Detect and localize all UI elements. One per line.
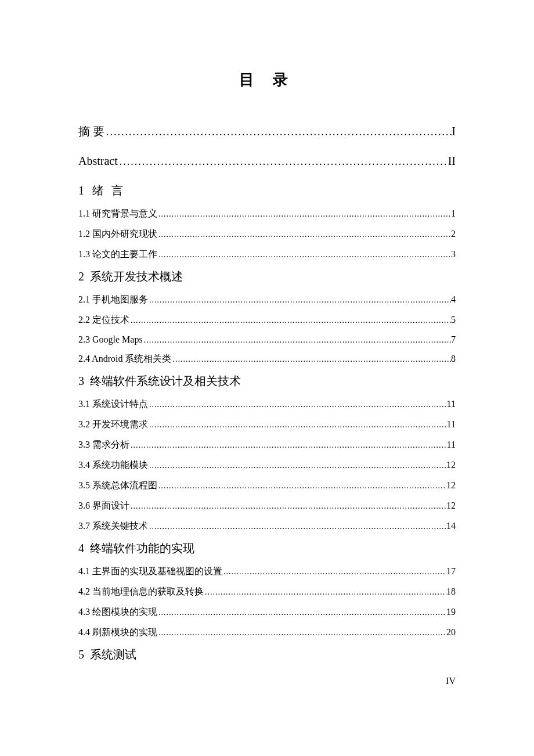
toc-title: 目 录	[78, 70, 456, 90]
toc-entry-page: 12	[446, 501, 456, 511]
toc-dots: ........................................…	[143, 336, 451, 345]
toc-dots: ........................................…	[157, 210, 451, 219]
toc-section-number: 3	[78, 375, 84, 387]
toc-entry-page: 3	[451, 249, 456, 260]
toc-minor-entry: 2.1 手机地图服务..............................…	[78, 294, 456, 306]
toc-section-title: 绪 言	[86, 184, 125, 197]
toc-minor-entry: 1.2 国内外研究现状.............................…	[78, 228, 456, 240]
toc-dots: ........................................…	[148, 420, 447, 430]
toc-entry-page: 19	[446, 607, 456, 617]
toc-dots: ........................................…	[118, 156, 448, 168]
toc-minor-entry: 3.3 需求分析................................…	[78, 439, 456, 451]
toc-entry-label: 3.7 系统关键技术	[78, 520, 148, 532]
toc-minor-entry: 1.3 论文的主要工作.............................…	[78, 249, 456, 261]
toc-entry-page: 20	[446, 627, 456, 638]
toc-entry-label: 4.1 主界面的实现及基础视图的设置	[78, 566, 222, 578]
toc-entry-page: 1	[451, 208, 456, 219]
toc-dots: ........................................…	[157, 628, 446, 638]
toc-section-title: 终端软件功能的实现	[86, 542, 194, 555]
toc-dots: ........................................…	[129, 316, 451, 325]
toc-entry-page: 11	[447, 440, 456, 450]
toc-dots: ........................................…	[157, 250, 451, 260]
toc-entry-page: 18	[446, 586, 456, 597]
toc-entry-label: 4.2 当前地理信息的获取及转换	[78, 586, 204, 598]
toc-minor-entry: 2.4 Android 系统相关类.......................…	[78, 353, 456, 365]
toc-entry-page: 11	[447, 399, 456, 409]
toc-minor-entry: 2.2 定位技术................................…	[78, 314, 456, 326]
toc-major-entry: Abstract................................…	[78, 154, 456, 168]
toc-minor-entry: 3.6 界面设计................................…	[78, 500, 456, 512]
toc-minor-entry: 4.3 绘图模块的实现.............................…	[78, 606, 456, 618]
toc-entry-label: 2.2 定位技术	[78, 314, 129, 326]
toc-entry-page: 2	[451, 229, 456, 239]
toc-entry-label: 3.2 开发环境需求	[78, 419, 148, 431]
toc-dots: ........................................…	[157, 230, 451, 239]
toc-section-heading: 1 绪 言	[78, 183, 456, 199]
toc-entry-page: 4	[451, 294, 456, 305]
toc-section-number: 5	[78, 648, 84, 661]
toc-entry-label: 2.1 手机地图服务	[78, 294, 148, 306]
toc-entry-label: 2.4 Android 系统相关类	[78, 353, 171, 365]
toc-dots: ........................................…	[148, 461, 446, 470]
toc-minor-entry: 1.1 研究背景与意义.............................…	[78, 208, 456, 220]
toc-entry-page: 8	[451, 354, 456, 364]
toc-entry-label: 3.1 系统设计特点	[78, 398, 148, 411]
toc-entry-page: 11	[447, 419, 456, 430]
toc-section-title: 系统测试	[86, 648, 136, 661]
toc-minor-entry: 3.7 系统关键技术..............................…	[78, 520, 456, 532]
toc-entry-page: 14	[446, 521, 456, 531]
toc-entry-label: 3.3 需求分析	[78, 439, 129, 451]
toc-entry-label: 4.4 刷新模块的实现	[78, 627, 157, 639]
toc-entry-page: 12	[446, 460, 456, 470]
toc-entry-label: 4.3 绘图模块的实现	[78, 606, 157, 618]
toc-dots: ........................................…	[157, 608, 446, 617]
toc-dots: ........................................…	[129, 502, 446, 511]
toc-minor-entry: 4.2 当前地理信息的获取及转换........................…	[78, 586, 456, 598]
toc-entry-page: 17	[446, 566, 456, 577]
toc-minor-entry: 3.1 系统设计特点..............................…	[78, 398, 456, 411]
toc-entry-label: Abstract	[78, 154, 118, 168]
toc-dots: ........................................…	[222, 567, 446, 577]
page-number: IV	[446, 676, 456, 686]
toc-minor-entry: 4.4 刷新模块的实现.............................…	[78, 627, 456, 639]
toc-entry-label: 摘 要	[78, 124, 104, 139]
toc-minor-entry: 3.4 系统功能模块..............................…	[78, 459, 456, 471]
toc-section-heading: 2 系统开发技术概述	[78, 269, 456, 285]
toc-entry-label: 1.2 国内外研究现状	[78, 228, 157, 240]
toc-entry-label: 3.5 系统总体流程图	[78, 480, 157, 492]
toc-entry-page: 5	[451, 315, 456, 325]
toc-section-number: 4	[78, 542, 84, 555]
toc-dots: ........................................…	[204, 588, 446, 597]
toc-major-entry: 摘 要.....................................…	[78, 124, 456, 139]
toc-entry-page: I	[452, 125, 456, 138]
toc-dots: ........................................…	[148, 522, 446, 531]
toc-dots: ........................................…	[148, 400, 447, 409]
toc-section-heading: 5 系统测试	[78, 647, 456, 663]
toc-entry-page: 7	[451, 334, 456, 345]
toc-minor-entry: 2.3 Google Maps.........................…	[78, 334, 456, 345]
toc-dots: ........................................…	[104, 126, 452, 138]
toc-minor-entry: 4.1 主界面的实现及基础视图的设置......................…	[78, 566, 456, 578]
toc-section-heading: 4 终端软件功能的实现	[78, 541, 456, 556]
toc-dots: ........................................…	[129, 441, 447, 450]
toc-entry-label: 3.4 系统功能模块	[78, 459, 148, 471]
toc-section-number: 2	[78, 270, 84, 283]
toc-dots: ........................................…	[148, 296, 451, 305]
toc-entry-label: 1.1 研究背景与意义	[78, 208, 157, 220]
toc-dots: ........................................…	[171, 355, 451, 364]
toc-page: 目 录 摘 要.................................…	[0, 0, 534, 663]
toc-entry-label: 1.3 论文的主要工作	[78, 249, 157, 261]
toc-minor-entry: 3.5 系统总体流程图.............................…	[78, 480, 456, 492]
toc-body: 摘 要.....................................…	[78, 124, 456, 663]
toc-entry-page: 12	[446, 480, 456, 491]
toc-entry-label: 2.3 Google Maps	[78, 334, 143, 345]
toc-section-title: 终端软件系统设计及相关技术	[86, 375, 241, 387]
toc-entry-label: 3.6 界面设计	[78, 500, 129, 512]
toc-dots: ........................................…	[157, 481, 446, 491]
toc-entry-page: II	[448, 154, 456, 168]
toc-section-number: 1	[78, 184, 84, 197]
toc-section-heading: 3 终端软件系统设计及相关技术	[78, 373, 456, 389]
toc-minor-entry: 3.2 开发环境需求..............................…	[78, 419, 456, 431]
toc-section-title: 系统开发技术概述	[86, 270, 183, 283]
